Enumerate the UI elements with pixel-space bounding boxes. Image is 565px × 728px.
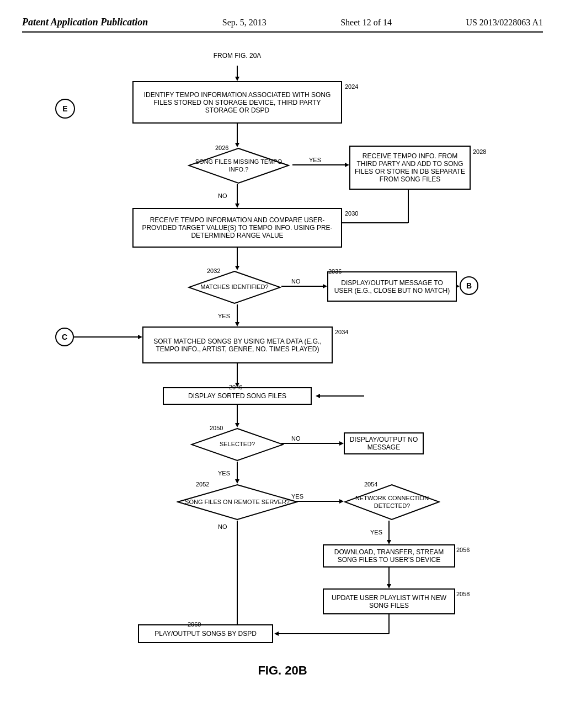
svg-marker-42 xyxy=(387,584,391,588)
header-patent: US 2013/0228063 A1 xyxy=(466,18,543,28)
svg-text:NO: NO xyxy=(291,278,301,285)
label-2030: 2030 xyxy=(345,210,358,217)
arrows-svg: YES NO NO YES xyxy=(22,49,543,683)
svg-text:NO: NO xyxy=(218,192,227,199)
circle-b: B xyxy=(460,276,478,295)
diamond-2032: MATCHES IDENTIFIED? xyxy=(188,270,281,304)
diamond-2026: SONG FILES MISSING TEMPO INFO.? xyxy=(188,147,290,184)
svg-marker-5 xyxy=(345,163,349,167)
label-2056: 2056 xyxy=(456,547,470,553)
diamond-2054: NETWORK CONNECTION DETECTED? xyxy=(344,484,440,521)
box-2028: RECEIVE TEMPO INFO. FROM THIRD PARTY AND… xyxy=(349,146,471,190)
svg-text:YES: YES xyxy=(218,470,230,477)
label-2060: 2060 xyxy=(188,621,201,628)
circle-e: E xyxy=(55,99,75,119)
svg-text:NO: NO xyxy=(291,435,301,442)
diamond-2050: SELECTED? xyxy=(190,427,284,462)
header-sheet: Sheet 12 of 14 xyxy=(340,18,392,28)
box-2024: IDENTIFY TEMPO INFORMATION ASSOCIATED WI… xyxy=(132,81,342,124)
label-2034: 2034 xyxy=(335,329,348,335)
label-2036: 2036 xyxy=(328,268,342,275)
box-2034: SORT MATCHED SONGS BY USING META DATA (E… xyxy=(142,326,333,363)
circle-c: C xyxy=(55,328,74,346)
box-2036: DISPLAY/OUTPUT MESSAGE TO USER (E.G., CL… xyxy=(327,271,457,302)
label-2052: 2052 xyxy=(196,481,209,488)
label-2024: 2024 xyxy=(345,83,358,90)
svg-marker-26 xyxy=(235,423,239,427)
svg-marker-1 xyxy=(235,77,239,81)
header-date: Sep. 5, 2013 xyxy=(222,18,266,28)
box-no-message: DISPLAY/OUTPUT NO MESSAGE xyxy=(344,432,424,454)
svg-text:YES: YES xyxy=(218,313,230,319)
svg-text:NO: NO xyxy=(218,523,227,530)
box-2030: RECEIVE TEMPO INFORMATION AND COMPARE US… xyxy=(132,208,342,248)
label-2058: 2058 xyxy=(456,591,470,597)
page-header: Patent Application Publication Sep. 5, 2… xyxy=(22,17,543,33)
diamond-2052: SONG FILES ON REMOTE SERVER? xyxy=(177,484,298,521)
svg-marker-28 xyxy=(339,441,344,446)
label-2046: 2046 xyxy=(229,384,242,390)
diagram-area: YES NO NO YES xyxy=(22,49,543,683)
figure-caption: FIG. 20B xyxy=(22,663,543,683)
header-title: Patent Application Publication xyxy=(22,17,148,28)
box-2056: DOWNLOAD, TRANSFER, STREAM SONG FILES TO… xyxy=(323,544,455,568)
svg-marker-14 xyxy=(235,266,239,270)
svg-marker-3 xyxy=(235,143,239,147)
from-fig-label: FROM FIG. 20A xyxy=(199,52,276,60)
svg-text:YES: YES xyxy=(309,157,321,163)
svg-marker-39 xyxy=(387,540,391,544)
label-2026: 2026 xyxy=(215,144,228,151)
svg-marker-8 xyxy=(235,204,239,208)
svg-marker-34 xyxy=(339,499,344,504)
label-2050: 2050 xyxy=(210,425,223,431)
label-2032: 2032 xyxy=(207,267,220,274)
label-2054: 2054 xyxy=(364,481,377,488)
page: Patent Application Publication Sep. 5, 2… xyxy=(0,0,565,728)
svg-marker-21 xyxy=(235,322,239,326)
svg-marker-49 xyxy=(138,335,142,339)
box-2060: PLAY/OUTPUT SONGS BY DSPD xyxy=(138,624,273,643)
label-2028: 2028 xyxy=(473,148,486,155)
box-2058: UPDATE USER PLAYLIST WITH NEW SONG FILES xyxy=(323,588,455,614)
svg-text:YES: YES xyxy=(370,529,382,536)
svg-marker-45 xyxy=(274,631,279,636)
svg-marker-31 xyxy=(235,479,239,484)
svg-marker-16 xyxy=(323,284,327,288)
svg-marker-51 xyxy=(316,394,320,398)
